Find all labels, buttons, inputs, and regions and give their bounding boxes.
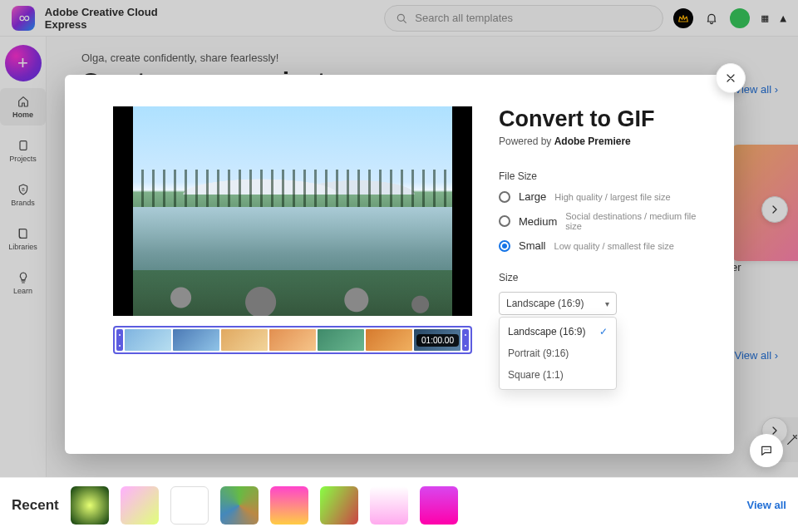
filesize-label: File Size [499,170,704,182]
help-button[interactable] [750,434,783,467]
timeline-clip[interactable] [318,329,364,351]
filesize-option-large[interactable]: Large High quality / largest file size [499,190,704,203]
close-button[interactable] [716,63,746,93]
filesize-option-medium[interactable]: Medium Social destinations / medium file… [499,211,704,231]
recent-thumb[interactable] [220,486,259,525]
recent-thumb[interactable] [71,486,109,525]
recent-thumb[interactable] [370,486,408,525]
recent-thumb[interactable] [420,486,458,525]
recent-bar: Recent View all [0,477,798,532]
trim-handle-left[interactable] [116,329,123,351]
timeline-clip[interactable] [221,329,268,351]
timeline-timestamp: 01:00.00 [416,334,459,347]
timeline-clip[interactable] [269,329,316,351]
svg-point-4 [766,449,766,450]
size-dropdown: Landscape (16:9) ✓ Portrait (9:16) Squar… [499,317,617,390]
trim-handle-right[interactable] [462,329,469,351]
radio-icon [499,191,510,203]
timeline-clip[interactable] [366,329,412,351]
timeline-clip[interactable] [173,329,219,351]
convert-gif-modal: 01:00.00 Convert to GIF Powered by Adobe… [65,75,734,454]
video-frame-image [133,106,452,316]
filesize-option-small[interactable]: Small Low quality / smallest file size [499,239,704,252]
check-icon: ✓ [599,326,608,337]
size-label: Size [499,272,704,283]
svg-point-3 [764,449,765,450]
size-select[interactable]: Landscape (16:9) ▾ [499,292,617,315]
timeline-clip[interactable] [125,329,171,351]
preview-column: 01:00.00 [65,75,489,454]
size-option-landscape[interactable]: Landscape (16:9) ✓ [500,321,616,342]
recent-thumb[interactable] [320,486,358,525]
settings-column: Convert to GIF Powered by Adobe Premiere… [489,75,734,454]
recent-thumb[interactable] [270,486,308,525]
recent-thumb[interactable] [121,486,159,525]
radio-icon [499,240,510,252]
recent-thumb[interactable] [170,486,209,525]
size-option-square[interactable]: Square (1:1) [500,364,616,386]
radio-icon [499,215,510,227]
trim-timeline[interactable]: 01:00.00 [113,326,472,354]
chat-icon [760,444,773,457]
modal-title: Convert to GIF [499,106,704,132]
size-option-portrait[interactable]: Portrait (9:16) [500,342,616,364]
chevron-down-icon: ▾ [605,299,609,308]
recent-label: Recent [12,497,59,514]
video-preview[interactable] [113,106,472,316]
svg-point-5 [767,449,768,450]
modal-subtitle: Powered by Adobe Premiere [499,135,704,147]
close-icon [724,71,737,85]
recent-view-all-link[interactable]: View all [747,499,786,511]
